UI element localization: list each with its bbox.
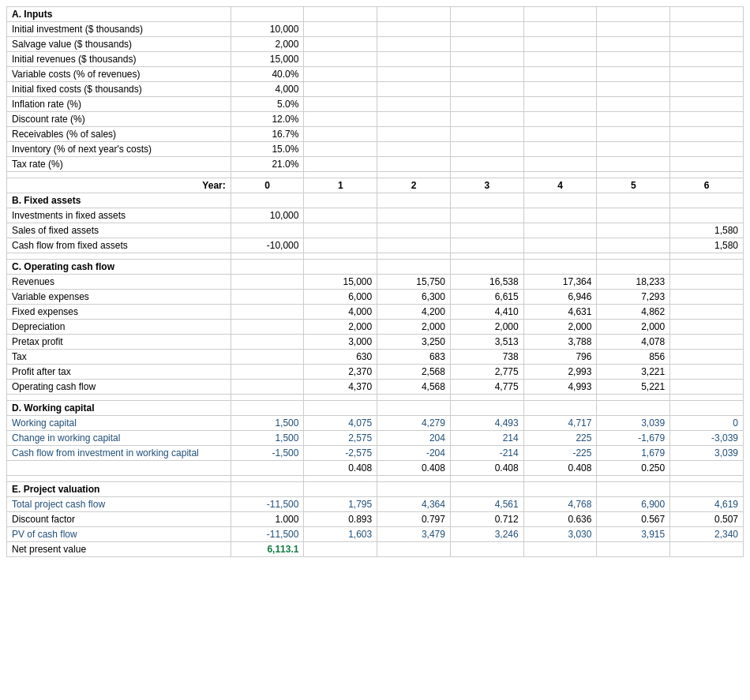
val-var-exp-1: 6,000 [304, 290, 377, 305]
val-pv-1: 1,603 [304, 527, 377, 542]
row-total-cashflow: Total project cash flow -11,500 1,795 4,… [7, 497, 744, 512]
val-ratio-4: 0.408 [523, 461, 597, 476]
year-header-row: Year: 0 1 2 3 4 5 6 [7, 178, 744, 193]
val-tcf-0: -11,500 [231, 497, 304, 512]
label-cashflow-wc: Cash flow from investment in working cap… [7, 446, 231, 461]
row-change-wc: Change in working capital 1,500 2,575 20… [7, 431, 744, 446]
row-operating-cashflow: Operating cash flow 4,370 4,568 4,775 4,… [7, 380, 744, 395]
row-sales-fixed: Sales of fixed assets 1,580 [7, 223, 744, 238]
row-working-capital: Working capital 1,500 4,075 4,279 4,493 … [7, 416, 744, 431]
val-discount-rate: 12.0% [231, 112, 304, 127]
val-ratio-5: 0.250 [597, 461, 670, 476]
val-receivables: 16.7% [231, 127, 304, 142]
val-revenues-3: 16,538 [450, 275, 523, 290]
row-variable-costs: Variable costs (% of revenues) 40.0% [7, 67, 744, 82]
val-fix-exp-4: 4,631 [523, 305, 597, 320]
row-tax: Tax 630 683 738 796 856 [7, 350, 744, 365]
label-inflation-rate: Inflation rate (%) [7, 97, 231, 112]
val-variable-costs: 40.0% [231, 67, 304, 82]
row-initial-fixed-costs: Initial fixed costs ($ thousands) 4,000 [7, 82, 744, 97]
val-ocf-5: 5,221 [597, 380, 670, 395]
row-investments-fixed: Investments in fixed assets 10,000 [7, 208, 744, 223]
val-cfwc-2: -204 [377, 446, 451, 461]
label-pv-cashflow: PV of cash flow [7, 527, 231, 542]
val-tcf-6: 4,619 [670, 497, 744, 512]
section-b-title: B. Fixed assets [7, 193, 231, 208]
val-pv-4: 3,030 [523, 527, 597, 542]
val-cwc-0: 1,500 [231, 431, 304, 446]
val-revenues-5: 18,233 [597, 275, 670, 290]
row-inventory: Inventory (% of next year's costs) 15.0% [7, 142, 744, 157]
val-inventory: 15.0% [231, 142, 304, 157]
section-a-title: A. Inputs [7, 7, 231, 22]
year-2: 2 [377, 178, 451, 193]
val-pretax-4: 3,788 [523, 335, 597, 350]
val-depreciation-2: 2,000 [377, 320, 451, 335]
val-initial-revenues: 15,000 [231, 52, 304, 67]
val-pat-3: 2,775 [450, 365, 523, 380]
val-cfwc-4: -225 [523, 446, 597, 461]
val-depreciation-3: 2,000 [450, 320, 523, 335]
val-ocf-1: 4,370 [304, 380, 377, 395]
val-tax-1: 630 [304, 350, 377, 365]
label-depreciation: Depreciation [7, 320, 231, 335]
val-ocf-3: 4,775 [450, 380, 523, 395]
label-ratio [7, 461, 231, 476]
val-revenues-4: 17,364 [523, 275, 597, 290]
label-initial-investment: Initial investment ($ thousands) [7, 22, 231, 37]
val-fix-exp-2: 4,200 [377, 305, 451, 320]
spacer-row-2 [7, 253, 744, 260]
row-initial-revenues: Initial revenues ($ thousands) 15,000 [7, 52, 744, 67]
val-tax-rate: 21.0% [231, 157, 304, 172]
val-ratio-2: 0.408 [377, 461, 451, 476]
val-tax-4: 796 [523, 350, 597, 365]
label-investments-fixed: Investments in fixed assets [7, 208, 231, 223]
row-salvage-value: Salvage value ($ thousands) 2,000 [7, 37, 744, 52]
section-b-header: B. Fixed assets [7, 193, 744, 208]
year-label: Year: [7, 178, 231, 193]
label-total-cashflow: Total project cash flow [7, 497, 231, 512]
section-a-header: A. Inputs [7, 7, 744, 22]
row-variable-expenses: Variable expenses 6,000 6,300 6,615 6,94… [7, 290, 744, 305]
val-initial-investment: 10,000 [231, 22, 304, 37]
label-tax-rate: Tax rate (%) [7, 157, 231, 172]
label-receivables: Receivables (% of sales) [7, 127, 231, 142]
val-cwc-4: 225 [523, 431, 597, 446]
row-cashflow-wc: Cash flow from investment in working cap… [7, 446, 744, 461]
val-sales-fixed-6: 1,580 [670, 223, 744, 238]
val-cwc-2: 204 [377, 431, 451, 446]
label-salvage-value: Salvage value ($ thousands) [7, 37, 231, 52]
val-tcf-3: 4,561 [450, 497, 523, 512]
val-cfwc-1: -2,575 [304, 446, 377, 461]
val-df-3: 0.712 [450, 512, 523, 527]
val-df-4: 0.636 [523, 512, 597, 527]
label-inventory: Inventory (% of next year's costs) [7, 142, 231, 157]
val-pv-2: 3,479 [377, 527, 451, 542]
val-cfwc-0: -1,500 [231, 446, 304, 461]
val-tcf-5: 6,900 [597, 497, 670, 512]
label-working-capital: Working capital [7, 416, 231, 431]
row-depreciation: Depreciation 2,000 2,000 2,000 2,000 2,0… [7, 320, 744, 335]
val-wc-6: 0 [670, 416, 744, 431]
label-variable-expenses: Variable expenses [7, 290, 231, 305]
label-npv: Net present value [7, 542, 231, 557]
label-pretax-profit: Pretax profit [7, 335, 231, 350]
year-6: 6 [670, 178, 744, 193]
val-ocf-2: 4,568 [377, 380, 451, 395]
row-initial-investment: Initial investment ($ thousands) 10,000 [7, 22, 744, 37]
val-df-5: 0.567 [597, 512, 670, 527]
label-initial-revenues: Initial revenues ($ thousands) [7, 52, 231, 67]
row-tax-rate: Tax rate (%) 21.0% [7, 157, 744, 172]
row-ratio: 0.408 0.408 0.408 0.408 0.250 [7, 461, 744, 476]
val-cwc-1: 2,575 [304, 431, 377, 446]
val-df-1: 0.893 [304, 512, 377, 527]
val-ocf-4: 4,993 [523, 380, 597, 395]
val-pretax-3: 3,513 [450, 335, 523, 350]
val-tax-2: 683 [377, 350, 451, 365]
val-df-6: 0.507 [670, 512, 744, 527]
val-df-2: 0.797 [377, 512, 451, 527]
row-cashflow-fixed: Cash flow from fixed assets -10,000 1,58… [7, 238, 744, 253]
val-df-0: 1.000 [231, 512, 304, 527]
label-sales-fixed: Sales of fixed assets [7, 223, 231, 238]
val-tcf-2: 4,364 [377, 497, 451, 512]
